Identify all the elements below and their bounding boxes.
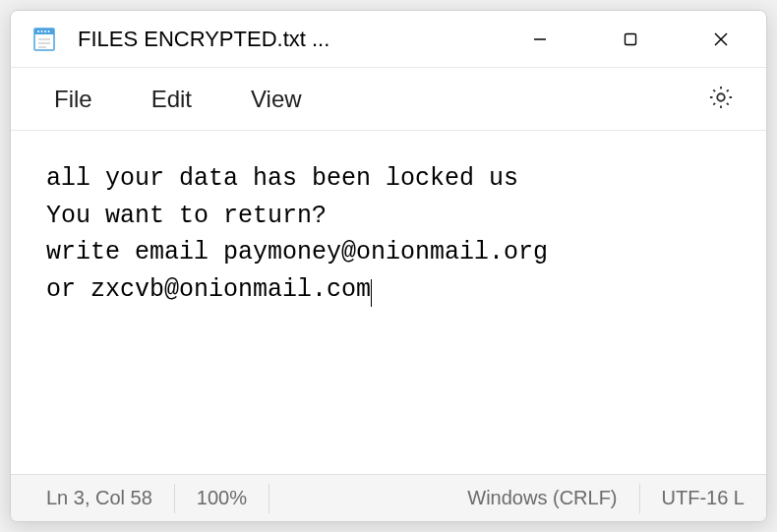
titlebar[interactable]: FILES ENCRYPTED.txt ... (11, 11, 766, 68)
text-caret (371, 279, 372, 307)
menu-edit[interactable]: Edit (122, 76, 221, 123)
text-line: write email paymoney@onionmail.org (46, 238, 548, 266)
window-title: FILES ENCRYPTED.txt ... (78, 27, 495, 52)
menu-view[interactable]: View (221, 76, 331, 123)
close-button[interactable] (676, 11, 766, 67)
svg-point-4 (41, 30, 43, 32)
text-editor-area[interactable]: all your data has been locked us You wan… (11, 131, 766, 474)
settings-button[interactable] (697, 76, 745, 123)
window-controls (495, 11, 766, 67)
status-cursor-position[interactable]: Ln 3, Col 58 (11, 484, 175, 513)
text-line: You want to return? (46, 202, 327, 230)
status-zoom[interactable]: 100% (175, 484, 269, 513)
minimize-button[interactable] (495, 11, 585, 67)
statusbar: Ln 3, Col 58 100% Windows (CRLF) UTF-16 … (11, 474, 766, 521)
text-line: or zxcvb@onionmail.com (46, 275, 371, 304)
svg-point-5 (44, 30, 46, 32)
notepad-window: FILES ENCRYPTED.txt ... File Edit View (10, 10, 767, 522)
status-encoding[interactable]: UTF-16 L (640, 484, 766, 513)
notepad-app-icon (30, 26, 58, 53)
svg-rect-11 (626, 33, 636, 44)
menubar: File Edit View (11, 68, 766, 131)
menu-file[interactable]: File (25, 76, 122, 123)
svg-point-14 (717, 93, 724, 100)
status-line-ending[interactable]: Windows (CRLF) (446, 484, 639, 513)
svg-point-6 (48, 30, 50, 32)
svg-rect-2 (34, 32, 54, 34)
gear-icon (707, 84, 735, 115)
maximize-button[interactable] (585, 11, 676, 67)
svg-point-3 (37, 30, 39, 32)
text-line: all your data has been locked us (46, 164, 518, 193)
